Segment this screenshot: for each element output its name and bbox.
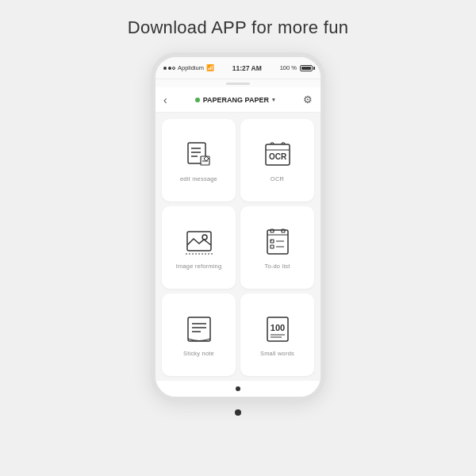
small-words-icon: 100 xyxy=(262,313,294,345)
online-indicator xyxy=(195,98,200,102)
ocr-label: OCR xyxy=(271,175,284,182)
grid-row-1: edit message OCR OCR xyxy=(162,119,314,202)
grid-item-image-reforming[interactable]: Image reforming xyxy=(162,206,236,289)
image-reforming-label: Image reforming xyxy=(176,263,222,270)
status-right: 100 % xyxy=(280,64,313,71)
phone-mockup: Applidium 📶 11:27 AM 100 % ‹ PAPERANG PA… xyxy=(151,52,325,401)
grid-row-2: Image reforming To-do list xyxy=(162,206,314,289)
back-button[interactable]: ‹ xyxy=(163,94,167,106)
grid-item-sticky-note[interactable]: Sticky note xyxy=(162,294,236,376)
wifi-icon: 📶 xyxy=(206,64,214,71)
time-display: 11:27 AM xyxy=(232,64,262,72)
svg-text:OCR: OCR xyxy=(268,152,286,161)
battery-percent: 100 % xyxy=(280,64,297,71)
signal-dot-1 xyxy=(163,67,167,70)
app-content: edit message OCR OCR xyxy=(155,113,321,381)
battery-icon xyxy=(300,65,313,71)
signal-dot-3 xyxy=(172,67,175,70)
home-indicator xyxy=(236,386,240,391)
todo-list-icon xyxy=(262,226,294,258)
todo-list-label: To-do list xyxy=(264,263,290,270)
phone-notch xyxy=(155,79,321,87)
edit-message-icon xyxy=(183,139,215,171)
grid-item-todo-list[interactable]: To-do list xyxy=(240,206,314,289)
grid-row-3: Sticky note 100 Small words xyxy=(162,294,314,376)
page-dot-indicator xyxy=(235,409,241,416)
settings-button[interactable]: ⚙ xyxy=(303,94,313,106)
phone-bottom xyxy=(155,381,321,397)
carrier-name: Applidium xyxy=(178,64,204,71)
sticky-note-icon xyxy=(183,313,215,345)
battery-fill xyxy=(301,67,311,70)
signal-dot-2 xyxy=(168,67,171,70)
nav-title-text: PAPERANG PAPER xyxy=(203,96,269,104)
small-words-label: Small words xyxy=(260,350,294,357)
page-title: Download APP for more fun xyxy=(128,17,349,38)
signal-dots xyxy=(163,67,175,70)
ocr-icon: OCR xyxy=(262,139,294,171)
speaker xyxy=(226,83,250,85)
nav-bar: ‹ PAPERANG PAPER ▾ ⚙ xyxy=(155,87,321,113)
grid-item-small-words[interactable]: 100 Small words xyxy=(240,294,314,376)
svg-rect-19 xyxy=(271,245,274,248)
dropdown-arrow-icon: ▾ xyxy=(272,97,275,103)
nav-title-container[interactable]: PAPERANG PAPER ▾ xyxy=(195,96,275,104)
grid-item-edit-message[interactable]: edit message xyxy=(162,119,236,202)
svg-rect-21 xyxy=(188,317,210,341)
status-bar: Applidium 📶 11:27 AM 100 % xyxy=(155,57,321,79)
sticky-note-label: Sticky note xyxy=(183,350,214,357)
image-reforming-icon xyxy=(183,226,215,258)
grid-item-ocr[interactable]: OCR OCR xyxy=(240,119,314,202)
svg-text:100: 100 xyxy=(270,323,284,332)
status-left: Applidium 📶 xyxy=(163,64,214,71)
edit-message-label: edit message xyxy=(180,175,217,182)
svg-point-10 xyxy=(202,235,207,240)
